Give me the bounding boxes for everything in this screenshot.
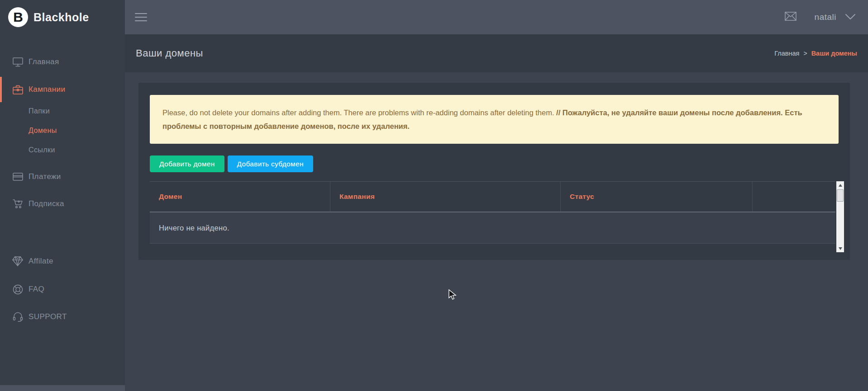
warning-banner: Please, do not delete your domains after… [150,95,839,144]
sidebar-item-support[interactable]: SUPPORT [0,308,125,326]
breadcrumb: Главная > Ваши домены [774,50,857,57]
scrollbar-up-arrow[interactable] [836,181,844,189]
table-header-campaign: Кампания [330,182,561,212]
sidebar-item-domeny[interactable]: Домены [0,124,125,137]
add-domain-button[interactable]: Добавить домен [150,155,224,172]
sidebar-item-label: FAQ [29,285,44,294]
top-header: natali [125,0,868,34]
monitor-icon [12,57,23,67]
domains-table: Домен Кампания Статус Ничего не найдено. [150,181,844,252]
sidebar-item-label: Домены [29,127,57,135]
table-header-row: Домен Кампания Статус [150,182,835,212]
sidebar: Главная Кампании Папки Домены Ссылки Пла… [0,34,125,385]
sidebar-footer [0,385,125,391]
sidebar-item-glavnaya[interactable]: Главная [0,53,125,71]
sidebar-item-label: Ссылки [29,146,55,154]
add-subdomain-button[interactable]: Добавить субдомен [228,155,313,172]
hamburger-menu-icon[interactable] [135,10,147,24]
page-title: Ваши домены [136,47,203,59]
table-header-actions [753,182,835,212]
logo-mark: B [8,7,28,27]
cart-icon [12,198,23,209]
table-header-status: Статус [561,182,753,212]
username[interactable]: natali [815,12,836,22]
chevron-down-icon[interactable] [845,13,855,21]
sidebar-item-platezhi[interactable]: Платежи [0,168,125,186]
headset-icon [12,311,23,322]
breadcrumb-current: Ваши домены [811,50,857,57]
scrollbar-down-arrow[interactable] [836,245,844,252]
warning-text-en: Please, do not delete your domains after… [162,108,556,117]
sidebar-item-label: Кампании [29,85,65,94]
sidebar-item-papki[interactable]: Папки [0,105,125,118]
app-name: Blackhole [33,11,89,24]
sidebar-item-podpiska[interactable]: Подписка [0,195,125,213]
table-scrollbar[interactable] [836,181,844,252]
sidebar-item-label: Главная [29,57,59,66]
sidebar-item-label: Affilate [29,257,53,266]
sidebar-item-label: Подписка [29,199,64,208]
table-empty-row: Ничего не найдено. [150,212,835,244]
breadcrumb-separator: > [803,50,807,57]
sidebar-item-label: Папки [29,107,50,115]
page-title-bar: Ваши домены Главная > Ваши домены [125,34,868,72]
scrollbar-thumb[interactable] [837,189,844,202]
sidebar-item-label: Платежи [29,172,61,181]
table-header-domain: Домен [150,182,330,212]
mouse-cursor [448,289,458,303]
sidebar-item-ssylki[interactable]: Ссылки [0,144,125,156]
sidebar-item-kampanii[interactable]: Кампании [0,77,125,102]
credit-card-icon [12,171,23,182]
diamond-icon [12,256,23,267]
sidebar-item-faq[interactable]: FAQ [0,280,125,298]
lifebuoy-icon [12,284,23,295]
sidebar-item-affilate[interactable]: Affilate [0,252,125,270]
mail-icon[interactable] [785,12,796,23]
sidebar-item-label: SUPPORT [29,312,67,321]
briefcase-icon [12,84,23,95]
logo[interactable]: B Blackhole [0,0,125,34]
breadcrumb-home[interactable]: Главная [774,50,799,57]
content-panel: Please, do not delete your domains after… [138,83,850,260]
